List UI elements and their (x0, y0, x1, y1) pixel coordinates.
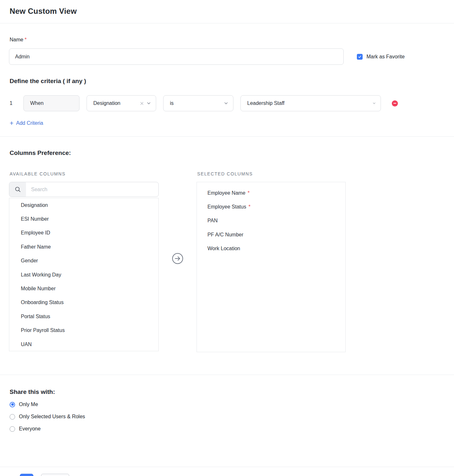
arrow-right-circle-icon (172, 253, 183, 264)
check-icon (358, 55, 362, 59)
required-asterisk: * (248, 190, 249, 196)
required-asterisk: * (248, 204, 250, 210)
criteria-heading: Define the criteria ( if any ) (10, 78, 454, 85)
criteria-when-label: When (30, 100, 44, 106)
mark-as-favorite[interactable]: Mark as Favorite (357, 54, 405, 60)
name-input[interactable] (9, 48, 344, 65)
favorite-label: Mark as Favorite (366, 54, 405, 60)
share-option-label: Only Me (19, 402, 38, 407)
name-label: Name (10, 37, 23, 42)
section-divider (0, 375, 454, 375)
selected-column-label: Employee Status (207, 204, 246, 210)
available-columns-heading: AVAILABLE COLUMNS (10, 171, 159, 176)
name-label-row: Name* (9, 37, 444, 43)
move-column (159, 171, 197, 352)
section-divider (0, 136, 454, 137)
available-column-item[interactable]: Mobile Number (9, 282, 158, 295)
chevron-down-icon[interactable] (372, 101, 376, 105)
selected-columns-panel: SELECTED COLUMNS Employee Name * Employe… (197, 171, 346, 352)
chevron-down-icon[interactable] (146, 101, 151, 106)
radio-icon[interactable] (10, 426, 15, 432)
footer-primary-button[interactable] (20, 474, 33, 476)
available-column-item[interactable]: Prior Payroll Status (9, 324, 158, 337)
required-asterisk: * (25, 37, 27, 42)
available-column-item[interactable]: Onboarding Status (9, 296, 158, 310)
page-header: New Custom View (0, 0, 454, 23)
share-option[interactable]: Only Me (10, 400, 454, 409)
name-section: Name* Mark as Favorite (9, 37, 444, 65)
selected-column-item[interactable]: PAN (197, 214, 345, 228)
criteria-field-value: Designation (93, 100, 121, 106)
criteria-value-select[interactable]: Leadership Staff (240, 95, 381, 111)
selected-column-label: PAN (207, 218, 218, 224)
criteria-operator-select[interactable]: is (163, 95, 233, 111)
chevron-down-icon[interactable] (223, 101, 229, 106)
available-columns-list: Designation ESI Number Employee ID Fathe… (9, 198, 159, 351)
selected-column-label: PF A/C Number (207, 232, 243, 238)
share-options: Only Me Only Selected Users & Roles Ever… (10, 400, 454, 434)
selected-column-label: Employee Name (207, 190, 245, 196)
add-criteria-label: Add Criteria (16, 120, 43, 126)
share-option-label: Only Selected Users & Roles (19, 414, 85, 420)
selected-column-item[interactable]: Work Location (197, 242, 345, 256)
minus-icon (393, 103, 396, 104)
radio-icon[interactable] (10, 402, 15, 407)
available-column-item[interactable]: ESI Number (9, 212, 158, 226)
available-column-item[interactable]: Designation (9, 198, 158, 212)
criteria-field-select[interactable]: Designation (87, 95, 156, 111)
criteria-row-number: 1 (10, 100, 23, 106)
footer-secondary-button[interactable] (41, 474, 69, 476)
selected-columns-heading: SELECTED COLUMNS (197, 171, 346, 176)
search-icon (14, 186, 21, 193)
search-icon-box[interactable] (9, 182, 26, 197)
plus-icon: + (10, 121, 13, 126)
column-search (9, 182, 159, 197)
criteria-when-box: When (23, 95, 80, 111)
share-option-label: Everyone (19, 426, 41, 432)
page-title: New Custom View (10, 7, 444, 16)
available-column-item[interactable]: Last Working Day (9, 268, 158, 282)
available-column-item[interactable]: Gender (9, 254, 158, 268)
available-column-item[interactable]: UAN (9, 337, 158, 351)
move-right-button[interactable] (172, 253, 183, 264)
search-input[interactable] (26, 182, 158, 197)
criteria-value: Leadership Staff (247, 100, 284, 106)
columns-preference-heading: Columns Preference: (10, 149, 454, 157)
selected-column-label: Work Location (207, 246, 240, 251)
favorite-checkbox-icon[interactable] (357, 54, 363, 60)
criteria-row: 1 When Designation is Leadership Staff (10, 95, 454, 111)
radio-icon[interactable] (10, 414, 15, 420)
add-criteria-link[interactable]: + Add Criteria (10, 120, 43, 126)
available-columns-panel: AVAILABLE COLUMNS Designation ESI Number… (9, 171, 159, 352)
columns-area: AVAILABLE COLUMNS Designation ESI Number… (9, 157, 454, 352)
selected-columns-list: Employee Name * Employee Status * PAN PF… (197, 182, 346, 352)
footer-divider (0, 467, 454, 467)
criteria-operator-value: is (170, 100, 174, 106)
share-option[interactable]: Everyone (10, 424, 454, 434)
selected-column-item[interactable]: PF A/C Number (197, 228, 345, 242)
share-option[interactable]: Only Selected Users & Roles (10, 412, 454, 421)
selected-column-item[interactable]: Employee Name * (197, 186, 345, 200)
selected-column-item[interactable]: Employee Status * (197, 200, 345, 214)
remove-criteria-button[interactable] (392, 100, 398, 106)
available-column-item[interactable]: Portal Status (9, 310, 158, 323)
clear-icon[interactable] (139, 101, 144, 106)
available-column-item[interactable]: Father Name (9, 240, 158, 254)
available-column-item[interactable]: Employee ID (9, 226, 158, 240)
share-heading: Share this with: (10, 388, 454, 395)
